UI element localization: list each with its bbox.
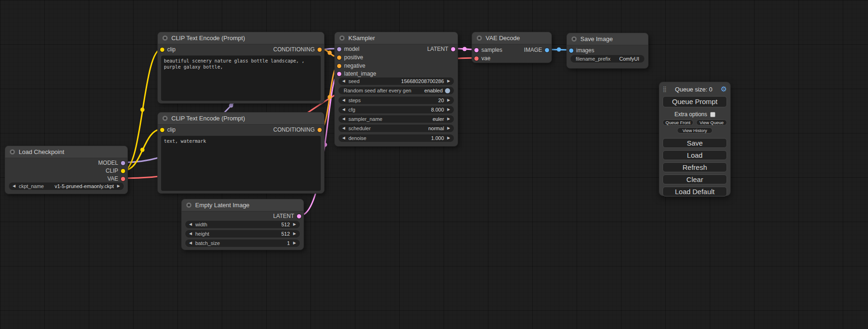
widget-cfg[interactable]: ◀ cfg 8.000 ▶	[339, 106, 454, 113]
prev-arrow-icon[interactable]: ◀	[13, 182, 15, 190]
wire-midpoint-cond-negative[interactable]	[328, 95, 332, 99]
widget-sampler-name[interactable]: ◀ sampler_name euler ▶	[339, 115, 454, 123]
prev-arrow-icon[interactable]: ◀	[342, 125, 345, 132]
port-dot-conditioning[interactable]	[318, 48, 322, 52]
input-slot-positive[interactable]: positive	[337, 54, 363, 61]
decrement-arrow-icon[interactable]: ◀	[189, 221, 192, 228]
input-slot-clip[interactable]: clip	[160, 46, 176, 53]
port-dot-latent[interactable]	[451, 47, 455, 51]
queue-front-button[interactable]: Queue Front	[663, 119, 693, 126]
wire-midpoint-clip-positive[interactable]	[141, 108, 145, 112]
port-dot-conditioning[interactable]	[318, 128, 322, 132]
extra-options-checkbox[interactable]	[710, 112, 715, 117]
decrement-arrow-icon[interactable]: ◀	[189, 239, 192, 247]
increment-arrow-icon[interactable]: ▶	[447, 97, 450, 104]
node-title-bar[interactable]: Save Image	[567, 33, 648, 45]
port-dot-clip[interactable]	[160, 128, 164, 132]
port-dot-conditioning[interactable]	[337, 56, 341, 60]
port-dot-image[interactable]	[569, 49, 573, 53]
collapse-dot-icon[interactable]	[186, 203, 191, 208]
output-slot-conditioning[interactable]: CONDITIONING	[273, 46, 322, 53]
wire-midpoint-cond-positive[interactable]	[328, 51, 332, 55]
collapse-dot-icon[interactable]	[477, 35, 482, 41]
increment-arrow-icon[interactable]: ▶	[447, 77, 450, 85]
output-slot-conditioning[interactable]: CONDITIONING	[273, 126, 322, 133]
widget-height[interactable]: ◀ height 512 ▶	[185, 230, 300, 238]
node-title-bar[interactable]: CLIP Text Encode (Prompt)	[158, 32, 324, 44]
output-slot-vae[interactable]: VAE	[107, 175, 125, 182]
increment-arrow-icon[interactable]: ▶	[293, 221, 296, 228]
node-vae-decode[interactable]: VAE Decode samples vae IMAGE	[472, 32, 552, 63]
node-title-bar[interactable]: Load Checkpoint	[5, 146, 127, 158]
next-arrow-icon[interactable]: ▶	[447, 115, 450, 123]
widget-steps[interactable]: ◀ steps 20 ▶	[339, 97, 454, 104]
port-dot-clip[interactable]	[160, 48, 164, 52]
collapse-dot-icon[interactable]	[162, 116, 168, 121]
next-arrow-icon[interactable]: ▶	[447, 125, 450, 132]
settings-gear-icon[interactable]: ⚙	[721, 85, 727, 93]
drag-handle-icon[interactable]: ⣿	[663, 86, 667, 92]
node-title-bar[interactable]: CLIP Text Encode (Prompt)	[158, 112, 324, 125]
increment-arrow-icon[interactable]: ▶	[293, 239, 296, 247]
collapse-dot-icon[interactable]	[339, 35, 345, 41]
port-dot-clip[interactable]	[121, 169, 125, 173]
output-slot-clip[interactable]: CLIP	[106, 168, 125, 174]
input-slot-images[interactable]: images	[569, 47, 594, 54]
wire-midpoint-clip-negative[interactable]	[141, 148, 145, 152]
node-ksampler[interactable]: KSampler model positive negative latent_…	[334, 32, 458, 147]
input-slot-negative[interactable]: negative	[337, 63, 365, 69]
widget-width[interactable]: ◀ width 512 ▶	[185, 221, 300, 228]
port-dot-model[interactable]	[121, 161, 125, 165]
node-clip-text-encode-positive[interactable]: CLIP Text Encode (Prompt) clip CONDITION…	[157, 32, 325, 104]
prompt-textarea[interactable]: text, watermark	[161, 136, 321, 191]
wire-midpoint-image[interactable]	[557, 48, 561, 52]
widget-denoise[interactable]: ◀ denoise 1.000 ▶	[339, 134, 454, 142]
decrement-arrow-icon[interactable]: ◀	[189, 230, 192, 238]
port-dot-conditioning[interactable]	[337, 64, 341, 68]
view-history-button[interactable]: View History	[677, 127, 713, 133]
wire-midpoint-model[interactable]	[229, 104, 233, 108]
decrement-arrow-icon[interactable]: ◀	[342, 77, 345, 85]
output-slot-latent[interactable]: LATENT	[273, 213, 301, 219]
input-slot-latent-image[interactable]: latent_image	[337, 70, 376, 77]
input-slot-clip[interactable]: clip	[160, 126, 176, 133]
increment-arrow-icon[interactable]: ▶	[447, 106, 450, 113]
increment-arrow-icon[interactable]: ▶	[293, 230, 296, 238]
widget-seed[interactable]: ◀ seed 156680208700286 ▶	[339, 77, 454, 85]
next-arrow-icon[interactable]: ▶	[117, 182, 120, 190]
node-empty-latent-image[interactable]: Empty Latent Image LATENT ◀ width 512 ▶ …	[181, 199, 304, 250]
node-load-checkpoint[interactable]: Load Checkpoint MODEL CLIP VAE ◀ ckpt_na…	[5, 146, 128, 194]
wire-midpoint-latent-vae[interactable]	[463, 47, 467, 51]
output-slot-latent[interactable]: LATENT	[427, 46, 455, 52]
input-slot-samples[interactable]: samples	[474, 47, 502, 53]
prompt-textarea[interactable]: beautiful scenery nature glass bottle la…	[161, 56, 321, 101]
node-title-bar[interactable]: VAE Decode	[472, 32, 551, 44]
port-dot-vae[interactable]	[474, 56, 479, 61]
view-queue-button[interactable]: View Queue	[696, 119, 727, 126]
port-dot-vae[interactable]	[121, 177, 125, 181]
increment-arrow-icon[interactable]: ▶	[447, 134, 450, 142]
widget-ckpt-name[interactable]: ◀ ckpt_name v1-5-pruned-emaonly.ckpt ▶	[9, 182, 124, 190]
port-dot-image[interactable]	[545, 48, 549, 52]
port-dot-latent[interactable]	[297, 214, 301, 218]
load-default-button[interactable]: Load Default	[663, 187, 727, 196]
toggle-knob-icon[interactable]	[445, 88, 450, 93]
collapse-dot-icon[interactable]	[572, 36, 577, 42]
port-dot-latent[interactable]	[337, 72, 341, 76]
widget-batch-size[interactable]: ◀ batch_size 1 ▶	[185, 239, 300, 247]
port-dot-model[interactable]	[337, 47, 341, 51]
node-title-bar[interactable]: KSampler	[335, 32, 458, 44]
output-slot-image[interactable]: IMAGE	[524, 47, 549, 53]
queue-prompt-button[interactable]: Queue Prompt	[663, 96, 727, 107]
port-dot-latent[interactable]	[474, 48, 479, 52]
load-button[interactable]: Load	[663, 150, 727, 160]
decrement-arrow-icon[interactable]: ◀	[342, 134, 345, 142]
refresh-button[interactable]: Refresh	[663, 162, 727, 172]
clear-button[interactable]: Clear	[663, 175, 727, 184]
collapse-dot-icon[interactable]	[10, 149, 15, 154]
save-button[interactable]: Save	[663, 138, 727, 148]
node-title-bar[interactable]: Empty Latent Image	[182, 199, 303, 211]
widget-filename-prefix[interactable]: filename_prefix ComfyUI	[571, 55, 644, 63]
decrement-arrow-icon[interactable]: ◀	[342, 106, 345, 113]
widget-scheduler[interactable]: ◀ scheduler normal ▶	[339, 125, 454, 132]
